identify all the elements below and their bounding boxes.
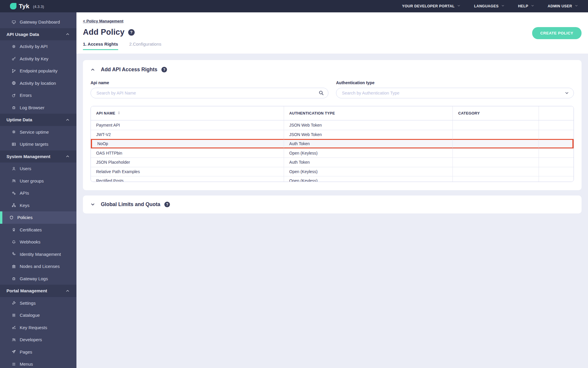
- column-header-api-name[interactable]: API NAME: [91, 106, 284, 120]
- sidebar-item-developers[interactable]: Developers: [0, 334, 76, 346]
- sidebar-item-users[interactable]: Users: [0, 163, 76, 175]
- access-rights-card: Add API Access Rights ? Api name Authent…: [83, 60, 582, 190]
- api-name-search-input[interactable]: [91, 88, 328, 98]
- sidebar-item-key-requests[interactable]: Key Requests: [0, 321, 76, 334]
- category-cell: [453, 120, 539, 130]
- sidebar-item-gateway-logs[interactable]: Gateway Logs: [0, 273, 76, 285]
- api-table-container: API NAMEAUTHENTICATION TYPECATEGORY Paym…: [91, 106, 574, 182]
- tab-1-access-rights[interactable]: 1. Access Rights: [83, 42, 118, 50]
- sidebar-item-label: Menus: [20, 362, 33, 367]
- topnav-languages[interactable]: LANGUAGES: [474, 4, 504, 8]
- sidebar-item-policies[interactable]: Policies: [0, 211, 76, 224]
- sidebar-item-keys[interactable]: Keys: [0, 199, 76, 212]
- sidebar-section-uptime-data[interactable]: Uptime Data: [0, 114, 76, 126]
- topnav-your-developer-portal[interactable]: YOUR DEVELOPER PORTAL: [402, 4, 460, 8]
- chevron-down-icon[interactable]: [91, 202, 95, 207]
- sidebar-item-apis[interactable]: APIs: [0, 187, 76, 199]
- auth-type-cell: Auth Token: [284, 158, 453, 167]
- chevron-up-icon: [66, 289, 70, 293]
- chevron-up-icon: [66, 118, 70, 122]
- extra-cell: [539, 120, 574, 130]
- topnav-help[interactable]: HELP: [518, 4, 534, 8]
- sidebar-item-label: Endpoint popularity: [20, 68, 57, 73]
- category-cell: [453, 158, 539, 167]
- table-row[interactable]: JWT-V2JSON Web Token: [91, 130, 574, 139]
- extra-cell: [539, 139, 574, 148]
- users-icon: [12, 179, 16, 183]
- chevron-up-icon[interactable]: [91, 67, 95, 72]
- extra-cell: [539, 158, 574, 167]
- sidebar-item-certificates[interactable]: Certificates: [0, 224, 76, 236]
- bell-icon: [12, 240, 16, 244]
- sidebar-section-api-usage-data[interactable]: API Usage Data: [0, 28, 76, 41]
- create-policy-button[interactable]: CREATE POLICY: [532, 27, 582, 39]
- sidebar-item-uptime-targets[interactable]: Uptime targets: [0, 138, 76, 150]
- extra-cell: [539, 130, 574, 139]
- table-row[interactable]: OAS HTTPbinOpen (Keyless): [91, 148, 574, 158]
- table-row[interactable]: Payment APIJSON Web Token: [91, 120, 574, 130]
- auth-type-select[interactable]: Search by Authentication Type: [336, 88, 574, 98]
- chevron-down-icon: [565, 91, 569, 95]
- sidebar-item-label: Policies: [17, 215, 33, 220]
- category-cell: [453, 148, 539, 158]
- sort-icon: [117, 111, 121, 116]
- users-icon: [12, 338, 16, 342]
- sidebar-item-menus[interactable]: Menus: [0, 358, 76, 368]
- topnav-admin-user[interactable]: ADMIN USER: [548, 4, 578, 8]
- sidebar-item-identity-management[interactable]: Identity Management: [0, 248, 76, 261]
- sidebar-section-system-management[interactable]: System Management: [0, 150, 76, 163]
- tyk-leaf-icon: [10, 3, 16, 9]
- sidebar-item-label: Nodes and Licenses: [20, 264, 60, 269]
- category-cell: [453, 139, 539, 148]
- api-table: API NAMEAUTHENTICATION TYPECATEGORY Paym…: [91, 106, 574, 182]
- sidebar-item-webhooks[interactable]: Webhooks: [0, 236, 76, 248]
- sidebar-item-label: Uptime targets: [20, 142, 49, 147]
- brand-version: (4.3.3): [33, 4, 44, 9]
- keyreq-icon: [12, 325, 16, 329]
- sidebar-section-portal-management[interactable]: Portal Management: [0, 285, 76, 297]
- sidebar-item-label: Identity Management: [20, 252, 61, 257]
- sidebar-item-pages[interactable]: Pages: [0, 346, 76, 358]
- column-header-empty: [539, 106, 574, 120]
- auth-type-cell: Open (Keyless): [284, 176, 453, 182]
- tyk-logo[interactable]: Tyk (4.3.3): [0, 3, 44, 10]
- help-icon[interactable]: ?: [161, 67, 167, 72]
- sidebar-item-label: Errors: [20, 93, 32, 98]
- tab-2-configurations[interactable]: 2.Configurations: [129, 42, 161, 50]
- sidebar-item-nodes-and-licenses[interactable]: Nodes and Licenses: [0, 260, 76, 273]
- sidebar-item-label: Gateway Logs: [20, 276, 48, 281]
- topnav-label: LANGUAGES: [474, 4, 498, 8]
- sidebar-item-settings[interactable]: Settings: [0, 297, 76, 309]
- table-row-selected[interactable]: NoOpAuth Token: [91, 139, 574, 148]
- monitor-icon: [12, 20, 16, 24]
- top-bar: Tyk (4.3.3) YOUR DEVELOPER PORTALLANGUAG…: [0, 0, 588, 12]
- gears-icon: [12, 191, 16, 195]
- api-name-cell: JSON Placeholder: [91, 158, 284, 167]
- key-icon: [12, 57, 16, 61]
- user-icon: [12, 167, 16, 171]
- sidebar-item-label: Users: [20, 166, 31, 171]
- table-row[interactable]: Rectified PostsOpen (Keyless): [91, 176, 574, 182]
- sidebar-item-log-browser[interactable]: Log Browser: [0, 102, 76, 114]
- sidebar-item-gateway-dashboard[interactable]: Gateway Dashboard: [0, 16, 76, 28]
- branch-icon: [12, 69, 16, 73]
- breadcrumb[interactable]: < Policy Management: [83, 19, 123, 23]
- extra-cell: [539, 148, 574, 158]
- table-row[interactable]: Relative Path ExamplesOpen (Keyless): [91, 167, 574, 176]
- sidebar-item-endpoint-popularity[interactable]: Endpoint popularity: [0, 65, 76, 77]
- help-icon[interactable]: ?: [128, 29, 135, 36]
- sidebar-item-label: Pages: [20, 349, 32, 354]
- sidebar-item-activity-by-key[interactable]: Activity by Key: [0, 53, 76, 65]
- sidebar-item-catalogue[interactable]: Catalogue: [0, 309, 76, 321]
- content-area: Add API Access Rights ? Api name Authent…: [76, 54, 588, 213]
- sidebar-item-activity-by-location[interactable]: Activity by location: [0, 77, 76, 89]
- help-icon[interactable]: ?: [164, 202, 170, 207]
- sidebar-item-service-uptime[interactable]: Service uptime: [0, 126, 76, 138]
- sidebar-item-user-groups[interactable]: User groups: [0, 175, 76, 187]
- sidebar-item-label: Developers: [20, 337, 42, 342]
- table-row[interactable]: JSON PlaceholderAuth Token: [91, 158, 574, 167]
- sidebar-item-activity-by-api[interactable]: Activity by API: [0, 40, 76, 53]
- sidebar-item-errors[interactable]: Errors: [0, 89, 76, 102]
- topnav-label: ADMIN USER: [548, 4, 572, 8]
- sidebar-item-label: Log Browser: [20, 105, 44, 110]
